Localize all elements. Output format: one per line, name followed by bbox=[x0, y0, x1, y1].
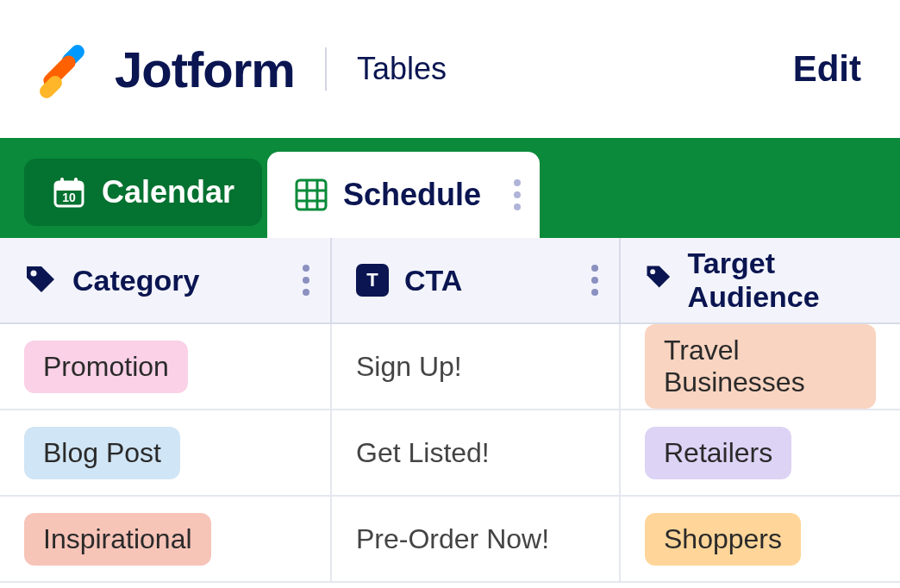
column-menu-icon[interactable] bbox=[303, 265, 309, 296]
tab-calendar[interactable]: 10 Calendar bbox=[24, 159, 262, 226]
column-title: CTA bbox=[404, 264, 462, 297]
column-header-cta[interactable]: T CTA bbox=[332, 238, 621, 322]
cell-target[interactable]: Travel Businesses bbox=[621, 324, 900, 409]
svg-point-14 bbox=[650, 269, 655, 274]
svg-point-13 bbox=[31, 271, 37, 277]
cta-text: Sign Up! bbox=[356, 351, 462, 383]
column-menu-icon[interactable] bbox=[591, 265, 598, 296]
tab-schedule-label: Schedule bbox=[343, 177, 481, 213]
svg-text:10: 10 bbox=[62, 191, 76, 204]
tab-calendar-label: Calendar bbox=[102, 174, 234, 210]
tag-icon bbox=[645, 264, 672, 297]
table-row[interactable]: Promotion Sign Up! Travel Businesses bbox=[0, 324, 900, 410]
column-header-category[interactable]: Category bbox=[0, 238, 332, 322]
app-header: Jotform Tables Edit bbox=[0, 0, 900, 138]
category-pill: Promotion bbox=[24, 341, 188, 393]
cell-category[interactable]: Blog Post bbox=[0, 410, 332, 495]
text-icon: T bbox=[356, 264, 389, 297]
cta-text: Pre-Order Now! bbox=[356, 523, 549, 555]
table-body: Promotion Sign Up! Travel Businesses Blo… bbox=[0, 324, 900, 583]
svg-rect-6 bbox=[74, 178, 78, 185]
edit-button[interactable]: Edit bbox=[793, 48, 861, 90]
calendar-icon: 10 bbox=[52, 175, 86, 210]
target-pill: Retailers bbox=[645, 427, 791, 479]
tab-schedule[interactable]: Schedule bbox=[267, 152, 540, 238]
column-title: Category bbox=[72, 264, 199, 297]
table-row[interactable]: Blog Post Get Listed! Retailers bbox=[0, 410, 900, 497]
svg-rect-5 bbox=[60, 178, 64, 185]
cell-cta[interactable]: Sign Up! bbox=[332, 324, 621, 409]
tab-menu-icon[interactable] bbox=[514, 179, 521, 210]
grid-icon bbox=[295, 178, 328, 211]
brand-logo[interactable]: Jotform bbox=[39, 40, 295, 98]
category-pill: Inspirational bbox=[24, 513, 211, 566]
cell-category[interactable]: Inspirational bbox=[0, 497, 332, 581]
header-divider bbox=[325, 47, 327, 91]
tag-icon bbox=[24, 264, 57, 297]
table-row[interactable]: Inspirational Pre-Order Now! Shoppers bbox=[0, 497, 900, 583]
cell-target[interactable]: Retailers bbox=[621, 410, 900, 495]
tab-bar: 10 Calendar Schedule bbox=[0, 138, 900, 238]
svg-rect-4 bbox=[55, 182, 83, 191]
column-title: Target Audience bbox=[688, 247, 876, 314]
product-name: Tables bbox=[357, 51, 447, 87]
cell-cta[interactable]: Pre-Order Now! bbox=[332, 497, 621, 581]
table-header-row: Category T CTA Target Audience bbox=[0, 238, 900, 324]
cell-target[interactable]: Shoppers bbox=[621, 497, 900, 581]
jotform-logo-icon bbox=[39, 40, 97, 98]
category-pill: Blog Post bbox=[24, 427, 180, 479]
cell-cta[interactable]: Get Listed! bbox=[332, 410, 621, 495]
column-header-target[interactable]: Target Audience bbox=[621, 238, 900, 322]
cell-category[interactable]: Promotion bbox=[0, 324, 332, 409]
target-pill: Travel Businesses bbox=[645, 324, 876, 409]
svg-rect-8 bbox=[297, 180, 326, 210]
cta-text: Get Listed! bbox=[356, 437, 490, 469]
brand-name: Jotform bbox=[115, 41, 295, 98]
target-pill: Shoppers bbox=[645, 513, 801, 566]
